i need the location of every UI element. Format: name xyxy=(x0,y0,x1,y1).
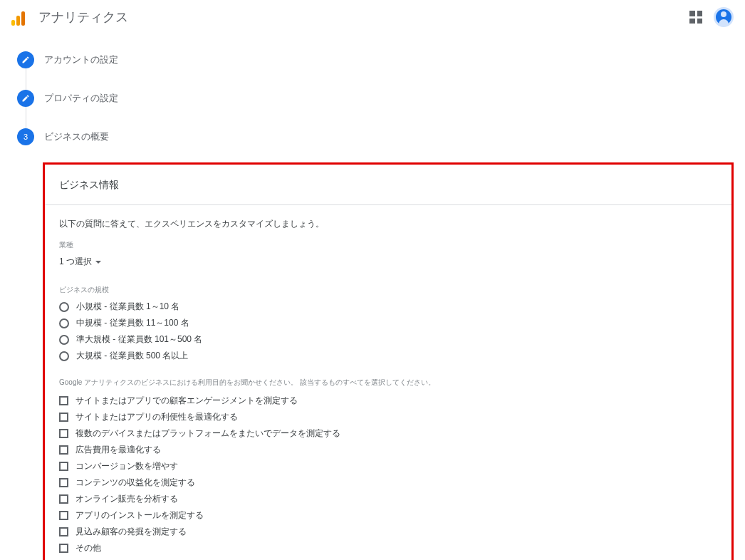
purpose-option[interactable]: 見込み顧客の発掘を測定する xyxy=(59,526,717,538)
size-option-label: 中規模 - 従業員数 11～100 名 xyxy=(76,317,189,329)
business-info-panel: ビジネス情報 以下の質問に答えて、エクスペリエンスをカスタマイズしましょう。 業… xyxy=(43,162,734,560)
industry-select[interactable]: 1 つ選択 xyxy=(59,256,717,268)
purpose-option[interactable]: その他 xyxy=(59,542,717,554)
step-connector xyxy=(26,107,26,128)
radio-icon xyxy=(59,302,69,312)
industry-label: 業種 xyxy=(59,240,717,250)
header-right xyxy=(689,7,734,27)
size-option-label: 準大規模 - 従業員数 101～500 名 xyxy=(76,333,202,346)
checkbox-icon xyxy=(59,462,68,471)
step-connector xyxy=(26,68,26,90)
checkbox-icon xyxy=(59,396,68,405)
radio-icon xyxy=(59,335,69,345)
step-account[interactable]: アカウントの設定 xyxy=(17,51,745,68)
purpose-option-label: オンライン販売を分析する xyxy=(75,493,178,505)
purpose-option[interactable]: コンテンツの収益化を測定する xyxy=(59,477,717,489)
checkbox-icon xyxy=(59,478,68,487)
purpose-option-label: 見込み顧客の発掘を測定する xyxy=(75,526,187,538)
content-area: アカウントの設定 プロパティの設定 3 ビジネスの概要 ビジネス情報 以下の質問… xyxy=(0,34,745,560)
step-label: ビジネスの概要 xyxy=(44,130,109,143)
divider xyxy=(45,204,731,205)
checkbox-icon xyxy=(59,511,68,520)
size-option-medium[interactable]: 中規模 - 従業員数 11～100 名 xyxy=(59,317,717,329)
step-number-badge: 3 xyxy=(17,128,34,145)
radio-icon xyxy=(59,318,69,328)
purpose-option[interactable]: サイトまたはアプリでの顧客エンゲージメントを測定する xyxy=(59,395,717,407)
purpose-option[interactable]: オンライン販売を分析する xyxy=(59,493,717,505)
step-business[interactable]: 3 ビジネスの概要 xyxy=(17,128,745,145)
app-title: アナリティクス xyxy=(38,9,128,26)
analytics-logo-icon xyxy=(11,9,28,26)
purpose-option-label: サイトまたはアプリでの顧客エンゲージメントを測定する xyxy=(75,395,298,407)
step-done-icon xyxy=(17,51,34,68)
purpose-option-label: コンテンツの収益化を測定する xyxy=(75,477,195,489)
purpose-checkbox-group: サイトまたはアプリでの顧客エンゲージメントを測定する サイトまたはアプリの利便性… xyxy=(59,395,717,554)
size-radio-group: 小規模 - 従業員数 1～10 名 中規模 - 従業員数 11～100 名 準大… xyxy=(59,301,717,362)
step-label: アカウントの設定 xyxy=(44,53,118,66)
size-label: ビジネスの規模 xyxy=(59,285,717,295)
purpose-option[interactable]: 複数のデバイスまたはプラットフォームをまたいでデータを測定する xyxy=(59,427,717,440)
size-option-small[interactable]: 小規模 - 従業員数 1～10 名 xyxy=(59,301,717,313)
purpose-option[interactable]: 広告費用を最適化する xyxy=(59,444,717,456)
size-option-xlarge[interactable]: 大規模 - 従業員数 500 名以上 xyxy=(59,350,717,362)
step-label: プロパティの設定 xyxy=(44,92,118,105)
radio-icon xyxy=(59,351,69,361)
purpose-option[interactable]: コンバージョン数を増やす xyxy=(59,460,717,472)
avatar[interactable] xyxy=(714,7,734,27)
purpose-label: Google アナリティクスのビジネスにおける利用目的をお聞かせください。 該当… xyxy=(59,378,717,388)
size-option-label: 小規模 - 従業員数 1～10 名 xyxy=(76,301,179,313)
checkbox-icon xyxy=(59,445,68,455)
purpose-option-label: その他 xyxy=(75,542,101,554)
apps-grid-icon[interactable] xyxy=(689,11,702,24)
checkbox-icon xyxy=(59,544,68,553)
purpose-option-label: 複数のデバイスまたはプラットフォームをまたいでデータを測定する xyxy=(75,427,340,440)
chevron-down-icon xyxy=(95,261,101,264)
panel-title: ビジネス情報 xyxy=(59,179,717,204)
app-header: アナリティクス xyxy=(0,0,745,34)
panel-subtitle: 以下の質問に答えて、エクスペリエンスをカスタマイズしましょう。 xyxy=(59,218,717,230)
purpose-option-label: サイトまたはアプリの利便性を最適化する xyxy=(75,411,238,423)
checkbox-icon xyxy=(59,413,68,422)
purpose-option-label: アプリのインストールを測定する xyxy=(75,509,204,522)
size-option-large[interactable]: 準大規模 - 従業員数 101～500 名 xyxy=(59,333,717,346)
checkbox-icon xyxy=(59,527,68,536)
header-left: アナリティクス xyxy=(9,9,128,26)
step-property[interactable]: プロパティの設定 xyxy=(17,90,745,107)
size-option-label: 大規模 - 従業員数 500 名以上 xyxy=(76,350,188,362)
checkbox-icon xyxy=(59,494,68,504)
purpose-option[interactable]: アプリのインストールを測定する xyxy=(59,509,717,522)
industry-selected-text: 1 つ選択 xyxy=(59,256,92,268)
step-done-icon xyxy=(17,90,34,107)
purpose-option-label: 広告費用を最適化する xyxy=(75,444,161,456)
checkbox-icon xyxy=(59,429,68,438)
purpose-option-label: コンバージョン数を増やす xyxy=(75,460,178,472)
purpose-option[interactable]: サイトまたはアプリの利便性を最適化する xyxy=(59,411,717,423)
